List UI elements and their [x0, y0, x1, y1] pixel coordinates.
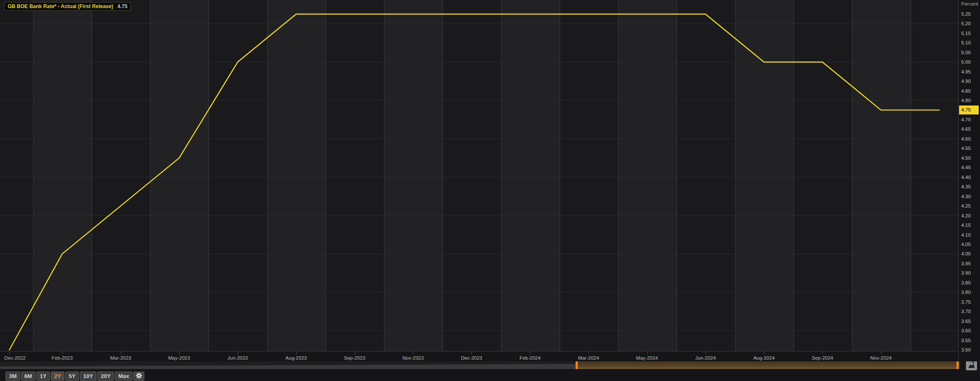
price-chart-plot[interactable]: [0, 0, 958, 352]
y-axis-label: 3.60: [961, 327, 971, 334]
series-legend: GB BOE Bank Rate* - Actual (First Releas…: [4, 2, 131, 11]
settings-button[interactable]: [133, 372, 144, 381]
y-axis-label: 4.50: [961, 155, 971, 161]
y-axis-label: 4.15: [961, 222, 971, 229]
y-axis-label: 4.30: [961, 193, 971, 200]
x-axis-label: May-2024: [628, 355, 666, 361]
y-axis-label: 5.20: [961, 20, 971, 27]
y-axis-label: 5.10: [961, 39, 971, 46]
y-axis-label: 4.85: [961, 88, 971, 94]
background-band: [209, 0, 267, 352]
y-axis-label: 4.10: [961, 232, 971, 238]
y-axis-last-value-badge: 4.75: [959, 106, 979, 114]
x-axis-label: Feb-2024: [511, 355, 549, 361]
background-band: [618, 0, 677, 352]
y-axis-label: 4.65: [961, 126, 971, 132]
y-axis-label: 5.05: [961, 49, 971, 56]
x-axis-label: Aug-2023: [277, 355, 316, 361]
y-axis-label: 3.75: [961, 299, 971, 305]
chart-export-icon: [968, 363, 975, 370]
x-axis-label: Sep-2023: [335, 355, 374, 361]
x-axis-label: Jun-2023: [219, 355, 257, 361]
y-axis-label: 3.70: [961, 308, 971, 315]
background-band: [911, 0, 958, 352]
y-axis-label: 3.55: [961, 337, 971, 344]
range-button-3m[interactable]: 3M: [6, 372, 20, 381]
y-axis-label: 4.40: [961, 174, 971, 181]
range-button-6m[interactable]: 6M: [21, 372, 35, 381]
background-band: [443, 0, 501, 352]
background-band: [92, 0, 150, 352]
background-band: [384, 0, 443, 352]
x-axis-label: Nov-2024: [862, 355, 900, 361]
y-axis-label: 4.20: [961, 212, 971, 219]
background-band: [735, 0, 794, 352]
background-band: [267, 0, 326, 352]
x-axis-label: Feb-2023: [43, 355, 82, 361]
range-button-2y[interactable]: 2Y: [51, 372, 64, 381]
background-band: [560, 0, 618, 352]
x-axis-tick: [9, 352, 10, 354]
y-axis-label: 5.15: [961, 30, 971, 37]
range-button-10y[interactable]: 10Y: [80, 372, 97, 381]
background-band: [677, 0, 735, 352]
x-axis-label: Sep-2024: [803, 355, 842, 361]
range-toolbar: 3M6M1Y2Y5Y10Y20YMax: [6, 372, 144, 381]
range-button-5y[interactable]: 5Y: [65, 372, 79, 381]
y-axis-label: 4.60: [961, 135, 971, 142]
scrollbar-selected-range[interactable]: [577, 361, 957, 369]
x-axis-label: Nov-2023: [394, 355, 432, 361]
y-axis-label: 4.80: [961, 97, 971, 104]
x-axis-label: Aug-2024: [745, 355, 783, 361]
y-axis-label: 4.55: [961, 145, 971, 152]
series-last-value: 4.75: [117, 3, 127, 9]
scrollbar-left-handle[interactable]: [576, 361, 578, 369]
series-label: GB BOE Bank Rate* - Actual (First Releas…: [8, 3, 113, 9]
y-axis-title: Percent: [961, 1, 978, 6]
x-axis-tick: [179, 352, 180, 354]
x-axis-tick: [588, 352, 589, 354]
background-band: [794, 0, 852, 352]
gear-icon: [136, 374, 142, 380]
x-axis-label: Jun-2024: [686, 355, 725, 361]
y-axis-label: 5.25: [961, 11, 971, 18]
x-axis-label: Mar-2023: [102, 355, 140, 361]
y-axis-label: 4.45: [961, 164, 971, 171]
x-axis-label: Mar-2024: [569, 355, 608, 361]
x-axis-tick: [62, 352, 63, 354]
y-axis-label: 3.50: [961, 346, 971, 353]
x-axis-tick: [238, 352, 238, 354]
y-axis-label: 3.65: [961, 318, 971, 325]
x-axis-tick: [354, 352, 355, 354]
y-axis-label: 4.90: [961, 78, 971, 85]
timeline-scrollbar[interactable]: [0, 361, 960, 369]
background-band: [0, 0, 33, 352]
y-axis-label: 4.00: [961, 250, 971, 257]
background-band: [852, 0, 911, 352]
y-axis-label: 4.35: [961, 183, 971, 190]
range-button-20y[interactable]: 20Y: [97, 372, 114, 381]
x-axis-tick: [764, 352, 764, 354]
x-axis-tick: [881, 352, 881, 354]
background-band: [150, 0, 209, 352]
y-axis: Percent 5.255.205.155.105.055.004.954.90…: [958, 0, 980, 361]
background-band: [501, 0, 560, 352]
y-axis-label: 4.05: [961, 241, 971, 248]
x-axis-tick: [705, 352, 706, 354]
y-axis-label: 4.95: [961, 68, 971, 75]
y-axis-label: 5.00: [961, 59, 971, 65]
background-band: [326, 0, 384, 352]
range-button-max[interactable]: Max: [115, 372, 132, 381]
y-axis-label: 4.70: [961, 116, 971, 123]
x-axis-label: May-2023: [160, 355, 199, 361]
x-axis-tick: [822, 352, 823, 354]
range-button-1y[interactable]: 1Y: [36, 372, 50, 381]
x-axis: Dec-2022Feb-2023Mar-2023May-2023Jun-2023…: [0, 352, 958, 361]
y-axis-label: 4.25: [961, 202, 971, 209]
y-axis-label: 3.90: [961, 270, 971, 276]
x-axis-tick: [530, 352, 530, 354]
scrollbar-right-handle[interactable]: [957, 361, 959, 369]
x-axis-tick: [647, 352, 647, 354]
y-axis-label: 3.95: [961, 260, 971, 267]
x-axis-label: Dec-2023: [452, 355, 491, 361]
